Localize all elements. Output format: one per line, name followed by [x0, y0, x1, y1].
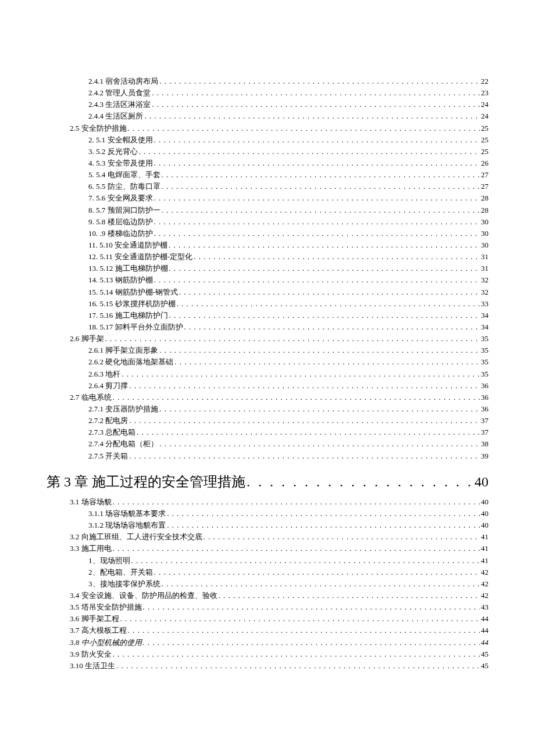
toc-entry-page: 23 [480, 87, 488, 99]
toc-leader-dots [153, 134, 480, 146]
toc-entry-row: 15. 5.14 钢筋防护棚-钢管式32 [47, 286, 488, 298]
toc-leader-dots [217, 590, 480, 601]
toc-entry-label: 6. 5.5 防尘、防毒口罩 [88, 181, 160, 192]
toc-entry-page: 41 [480, 555, 488, 567]
toc-leader-dots [167, 239, 480, 251]
toc-leader-dots [166, 508, 480, 519]
toc-entry-row: 9. 5.8 楼层临边防护30 [47, 216, 488, 228]
toc-entry-row: 2.6.1 脚手架立面形象35 [47, 345, 488, 356]
toc-leader-dots [153, 274, 480, 286]
toc-entry-page: 25 [480, 146, 488, 157]
toc-entry-page: 34 [480, 321, 488, 333]
toc-entry-label: 3.3 施工用电 [70, 543, 112, 554]
toc-entry-label: 8. 5.7 预留洞口防护一 [88, 205, 160, 216]
toc-entry-page: 38 [480, 438, 488, 450]
toc-entry-row: 10. .9 楼梯临边防护30 [47, 228, 488, 239]
toc-leader-dots [153, 192, 480, 204]
toc-entry-row: 3. 5.2 反光背心25 [47, 146, 488, 157]
toc-leader-dots [151, 87, 480, 99]
toc-leader-dots [104, 333, 480, 345]
toc-entry-page: 36 [480, 380, 488, 392]
toc-entry-row: 14. 5.13 钢筋防护棚32 [47, 274, 488, 286]
toc-entry-row: 4. 5.3 安全带及使用26 [47, 157, 488, 169]
toc-entry-page: 42 [480, 590, 488, 601]
toc-leader-dots [176, 298, 480, 310]
toc-entry-row: 2.7.2 配电房37 [47, 415, 488, 427]
toc-leader-dots [142, 637, 480, 648]
toc-leader-dots [153, 228, 480, 239]
toc-entry-label: 3.8 中小型机械的使用 [70, 637, 142, 648]
toc-entry-row: 2. 5.1 安全帽及使用25 [47, 134, 488, 146]
toc-entry-page: 36 [480, 403, 488, 415]
toc-entry-row: 2.7.4 分配电箱（柜）38 [47, 438, 488, 450]
toc-entry-label: 13. 5.12 施工电梯防护棚 [88, 263, 168, 274]
toc-entry-row: 3.1.1 场容场貌基本要求40 [47, 508, 488, 519]
toc-entry-label: 7. 5.6 安全网及要求 [88, 192, 153, 204]
toc-entry-row: 2.7.5 开关箱39 [47, 450, 488, 462]
toc-entry-row: 3.5 塔吊安全防护措施43 [47, 601, 488, 613]
toc-entry-label: 2.5 安全防护措施 [70, 123, 127, 134]
toc-entry-label: 2.4.2 管理人员食堂 [88, 87, 151, 99]
toc-entry-page: 40 [480, 519, 488, 531]
toc-leader-dots [151, 99, 480, 110]
toc-leader-dots [168, 263, 480, 274]
toc-leader-dots [192, 251, 480, 263]
toc-entry-label: 2.6.4 剪刀撑 [88, 380, 128, 392]
toc-entry-label: 2.7 临电系统 [70, 392, 112, 403]
toc-leader-dots [158, 345, 480, 356]
toc-entry-page: 36 [480, 392, 488, 403]
toc-leader-dots [128, 415, 480, 427]
toc-entry-label: 2.4.3 生活区淋浴室 [88, 99, 151, 110]
toc-entry-page: 27 [480, 169, 488, 181]
toc-entry-label: 2.4.1 宿舍活动房布局 [88, 76, 158, 87]
toc-entry-label: 2.7.2 配电房 [88, 415, 128, 427]
toc-entry-label: 3.1.2 现场场容地貌布置 [88, 519, 166, 531]
toc-leader-dots [158, 403, 480, 415]
toc-leader-dots [120, 368, 480, 380]
toc-entry-page: 44 [480, 613, 488, 625]
toc-entry-row: 2.6.4 剪刀撑36 [47, 380, 488, 392]
toc-leader-dots [160, 578, 480, 590]
toc-entry-label: 1、现场照明 [88, 555, 130, 567]
toc-leader-dots [112, 496, 480, 508]
toc-entry-row: 13. 5.12 施工电梯防护棚31 [47, 263, 488, 274]
toc-leader-dots [153, 567, 480, 578]
toc-entry-page: 44 [480, 625, 488, 636]
toc-leader-dots [127, 625, 480, 636]
toc-entry-page: 37 [480, 415, 488, 427]
toc-entry-label: 2.6.2 硬化地面落地架基础 [88, 356, 173, 368]
toc-leader-dots [142, 601, 480, 613]
toc-entry-label: 2.7.4 分配电箱（柜） [88, 438, 158, 450]
toc-entry-label: 18. 5.17 卸料平台外立面防护 [88, 321, 183, 333]
toc-entry-row: 2.5 安全防护措施25 [47, 123, 488, 134]
toc-entry-page: 42 [480, 578, 488, 590]
toc-entry-page: 34 [480, 310, 488, 321]
toc-entry-label: 3.6 脚手架工程 [70, 613, 119, 625]
toc-entry-page: 35 [480, 345, 488, 356]
toc-entry-page: 42 [480, 567, 488, 578]
toc-leader-dots [143, 110, 480, 122]
toc-entry-page: 41 [480, 531, 488, 543]
toc-entry-label: 14. 5.13 钢筋防护棚 [88, 274, 153, 286]
toc-entry-label: 2.4.4 生活区厕所 [88, 110, 143, 122]
toc-entry-row: 3.10 生活卫生45 [47, 660, 488, 672]
toc-entry-page: 31 [480, 251, 488, 263]
toc-entry-label: 16. 5.15 砂浆搅拌机防护棚 [88, 298, 176, 310]
toc-entry-page: 44 [480, 637, 488, 648]
toc-entry-page: 35 [480, 368, 488, 380]
toc-entry-label: 2、配电箱、开关箱 [88, 567, 153, 578]
toc-entry-row: 2、配电箱、开关箱42 [47, 567, 488, 578]
toc-entry-row: 16. 5.15 砂浆搅拌机防护棚33 [47, 298, 488, 310]
toc-entry-label: 11. 5.10 安全通道防护棚 [88, 239, 167, 251]
toc-entry-page: 26 [480, 157, 488, 169]
toc-entry-row: 2.6 脚手架35 [47, 333, 488, 345]
toc-entry-row: 3.1.2 现场场容地貌布置40 [47, 519, 488, 531]
toc-leader-dots [160, 205, 480, 216]
toc-leader-dots [158, 438, 480, 450]
toc-entry-label: 3.1.1 场容场貌基本要求 [88, 508, 166, 519]
toc-entry-label: 9. 5.8 楼层临边防护 [88, 216, 153, 228]
toc-leader-dots [112, 543, 480, 554]
table-of-contents: 2.4.1 宿舍活动房布局222.4.2 管理人员食堂232.4.3 生活区淋浴… [47, 76, 488, 672]
toc-entry-row: 3.3 施工用电41 [47, 543, 488, 554]
toc-entry-page: 45 [480, 660, 488, 672]
